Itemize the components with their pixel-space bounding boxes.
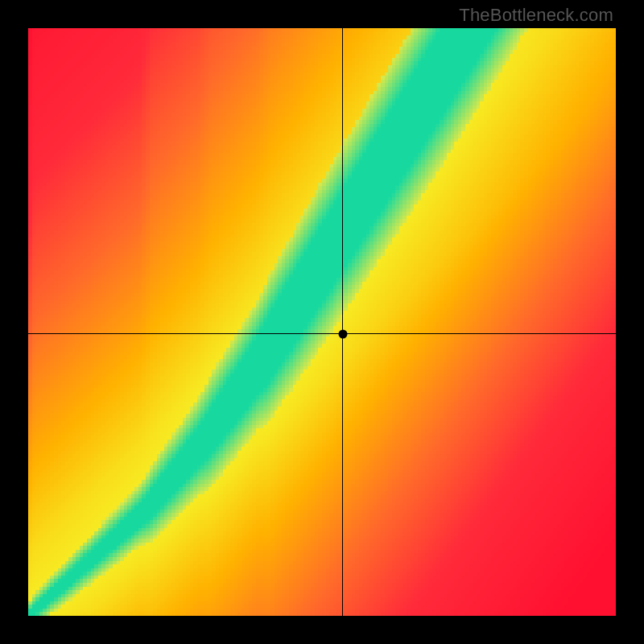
crosshair-horizontal (28, 333, 616, 335)
chart-container: TheBottleneck.com (0, 0, 644, 644)
bottleneck-marker (338, 329, 347, 338)
crosshair-vertical (342, 28, 344, 616)
heatmap-plot (28, 28, 616, 616)
watermark-text: TheBottleneck.com (459, 5, 613, 26)
heatmap-canvas (28, 28, 616, 616)
